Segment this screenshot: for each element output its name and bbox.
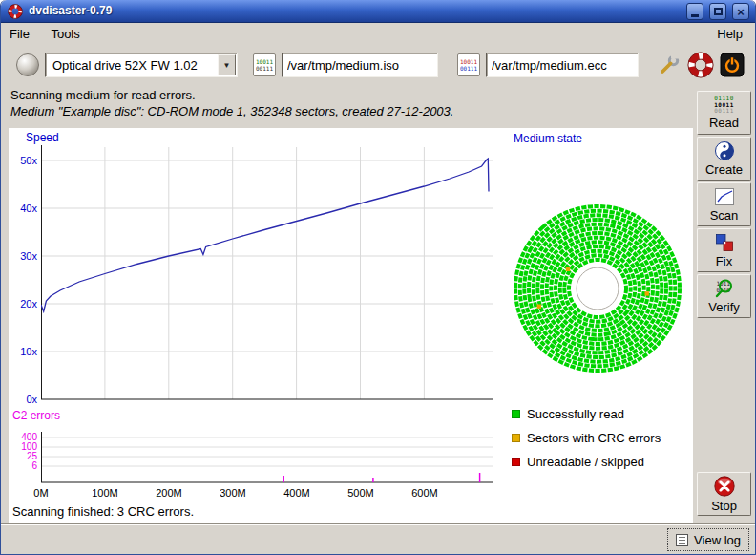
app-window: dvdisaster-0.79 × File Tools Help Optica… [0,0,756,555]
close-icon: × [737,5,745,19]
x-axis-tick: 300M [220,487,246,499]
ecc-icon-digits: 10011 [460,58,477,65]
ecc-icon-digits: 00111 [460,65,477,72]
ecc-file-icon: 10011 00111 [457,53,480,76]
legend-item-unreadable: Unreadable / skipped [512,455,644,468]
yin-yang-icon [714,140,735,161]
view-log-button[interactable]: View log [667,528,749,551]
menu-help[interactable]: Help [708,23,751,45]
legend-label: Sectors with CRC errors [527,431,661,445]
speed-y-tick: 40x [9,202,37,215]
menu-tools[interactable]: Tools [42,23,88,45]
legend-swatch-green [512,410,520,418]
medium-state-title: Medium state [514,132,582,145]
help-about-button[interactable] [687,52,714,78]
legend-label: Unreadable / skipped [527,455,644,469]
legend-item-read: Successfully read [512,407,624,420]
menubar: File Tools Help [1,23,755,45]
fix-button[interactable]: Fix [697,228,751,272]
legend-swatch-red [512,458,520,466]
minimize-button[interactable] [686,3,704,20]
fix-label: Fix [716,254,732,268]
speed-y-tick: 30x [9,249,37,263]
c2-chart-title: C2 errors [12,409,60,422]
lifering-icon [8,4,23,19]
close-button[interactable]: × [732,3,749,20]
read-button[interactable]: 01110 10011 00111 Read [697,91,751,135]
scan-button[interactable]: Scan [697,182,751,226]
c2-y-tick: 6 [9,460,37,472]
medium-state-disc [514,204,682,373]
read-label: Read [709,116,739,130]
drive-status-icon [16,53,39,76]
x-axis-tick: 0M [33,487,48,499]
app-icon[interactable] [8,4,23,23]
create-button[interactable]: Create [697,137,751,181]
iso-path-input[interactable] [282,53,438,77]
bottombar: View log [1,523,755,554]
mini-chart-icon [714,186,735,207]
drive-select[interactable]: Optical drive 52X FW 1.02 ▼ [45,53,238,77]
iso-icon-digits: 00111 [256,65,273,72]
legend-swatch-amber [512,434,520,442]
binary-read-icon: 01110 10011 00111 [714,96,734,115]
speed-y-tick: 50x [9,154,37,167]
wrench-icon [657,53,682,77]
legend-item-crc: Sectors with CRC errors [512,431,661,444]
quit-button[interactable] [719,52,746,78]
dvdisaster-logo-icon [687,52,714,78]
titlebar: dvdisaster-0.79 × [1,0,755,23]
maximize-button[interactable] [709,3,726,20]
stop-button[interactable]: Stop [697,472,751,516]
menu-file[interactable]: File [1,23,38,45]
x-axis-tick: 600M [411,487,438,499]
dropdown-arrow-icon[interactable]: ▼ [218,54,236,75]
x-axis-tick: 100M [92,487,118,499]
iso-file-icon: 10011 00111 [253,53,276,76]
drive-select-value: Optical drive 52X FW 1.02 [46,58,218,73]
verify-button[interactable]: 1011 0110 Verify [697,274,751,318]
speed-chart-title: Speed [26,131,59,144]
minimize-icon [691,14,699,17]
x-axis-tick: 500M [347,487,374,499]
status-message: Scanning medium for read errors. [10,88,196,102]
scan-label: Scan [710,208,739,223]
speed-chart [41,143,494,401]
stop-label: Stop [711,499,737,513]
preferences-button[interactable] [656,52,682,78]
c2-errors-chart [41,430,494,484]
window-title: dvdisaster-0.79 [29,4,112,17]
verify-label: Verify [708,300,740,314]
speed-y-tick: 20x [9,297,37,310]
medium-info: Medium "Example disc": CD-ROM mode 1, 35… [10,104,453,118]
maximize-icon [714,8,723,15]
iso-icon-digits: 10011 [256,58,273,65]
binary-magnifier-icon: 1011 0110 [713,278,736,299]
power-icon [720,53,745,77]
patch-blocks-icon [714,232,735,253]
scan-result-message: Scanning finished: 3 CRC errors. [12,504,194,519]
x-axis-tick: 200M [156,487,182,499]
scan-canvas: Speed 50x 40x 30x 20x 10x 0x Medium stat… [9,128,693,523]
log-icon [676,534,688,546]
view-log-label: View log [694,533,741,547]
speed-y-tick: 10x [9,345,37,358]
legend-label: Successfully read [527,407,624,421]
stop-icon [713,475,736,498]
speed-y-tick: 0x [9,393,37,406]
toolbar: Optical drive 52X FW 1.02 ▼ 10011 00111 … [1,45,755,85]
create-label: Create [705,162,743,177]
ecc-path-input[interactable] [486,53,639,77]
x-axis-tick: 400M [284,487,310,499]
